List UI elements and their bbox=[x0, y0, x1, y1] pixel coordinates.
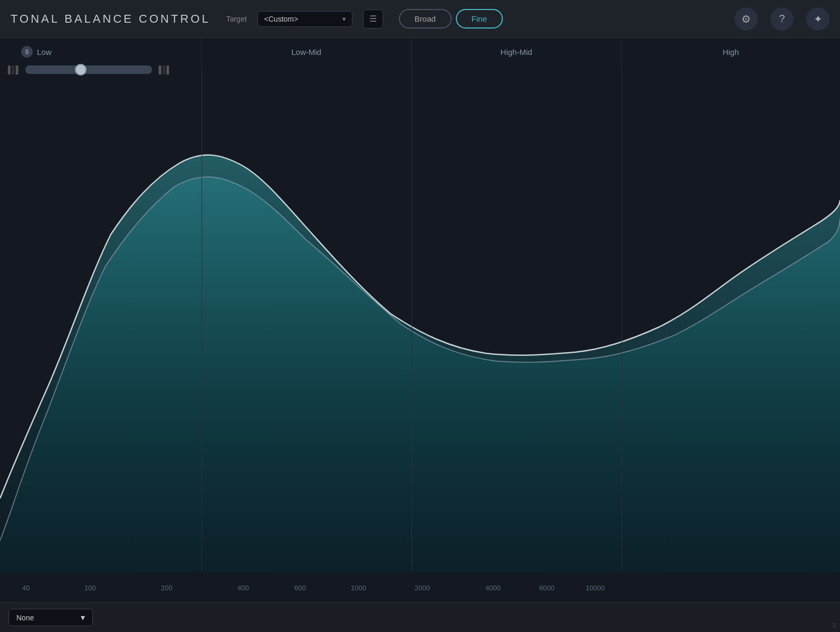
divider-lowmid-highmid bbox=[412, 65, 412, 571]
crest-factor-slider[interactable] bbox=[25, 65, 152, 74]
target-label: Target bbox=[226, 15, 247, 23]
freq-label-200: 200 bbox=[161, 584, 173, 592]
slider-fill-right bbox=[82, 65, 152, 74]
freq-label-600: 600 bbox=[294, 584, 306, 592]
app-title: TONAL BALANCE CONTROL bbox=[11, 12, 211, 26]
band-label-low: S Low bbox=[0, 38, 202, 65]
divider-highmid-high bbox=[622, 65, 622, 571]
band-label-high: High bbox=[622, 38, 840, 65]
fine-button[interactable]: Fine bbox=[456, 9, 503, 29]
target-dropdown[interactable]: <Custom> ▾ bbox=[257, 11, 352, 27]
freq-label-4000: 4000 bbox=[485, 584, 501, 592]
resize-handle[interactable]: ⠿ bbox=[832, 622, 837, 630]
crest-factor-row: ▐║▌ ▐║▌ bbox=[5, 65, 172, 74]
slider-thumb[interactable] bbox=[75, 64, 87, 76]
target-dropdown-value: <Custom> bbox=[264, 15, 338, 23]
band-label-high-mid: High-Mid bbox=[412, 38, 622, 65]
plugin-icon: ✦ bbox=[814, 13, 823, 25]
freq-label-10000: 10000 bbox=[586, 584, 605, 592]
band-label-low-mid: Low-Mid bbox=[202, 38, 412, 65]
broad-button[interactable]: Broad bbox=[399, 9, 452, 29]
freq-label-6000: 6000 bbox=[539, 584, 555, 592]
main-area: S Low Low-Mid High-Mid High ▐║▌ ▐║▌ Cres… bbox=[0, 38, 840, 602]
gear-icon: ⚙ bbox=[741, 13, 751, 25]
freq-label-40: 40 bbox=[22, 584, 30, 592]
chevron-down-icon: ▾ bbox=[342, 15, 346, 23]
spectrum-inner-fill bbox=[0, 155, 840, 602]
freq-label-1000: 1000 bbox=[351, 584, 366, 592]
help-button[interactable]: ? bbox=[770, 7, 794, 31]
help-icon: ? bbox=[779, 13, 785, 25]
menu-button[interactable]: ☰ bbox=[363, 10, 383, 29]
waveform-left-icon: ▐║▌ bbox=[5, 65, 21, 74]
frequency-labels: 40 100 200 400 600 1000 2000 4000 6000 1… bbox=[0, 573, 840, 602]
none-dropdown[interactable]: None ▾ bbox=[8, 609, 93, 626]
freq-label-400: 400 bbox=[237, 584, 249, 592]
divider-low-lowmid bbox=[202, 65, 202, 571]
solo-button-low[interactable]: S bbox=[21, 46, 33, 58]
menu-icon: ☰ bbox=[369, 14, 377, 24]
slider-fill-left bbox=[25, 65, 82, 74]
view-mode-buttons: Broad Fine bbox=[399, 9, 503, 29]
settings-button[interactable]: ⚙ bbox=[734, 7, 758, 31]
header: TONAL BALANCE CONTROL Target <Custom> ▾ … bbox=[0, 0, 840, 38]
waveform-right-icon: ▐║▌ bbox=[156, 65, 172, 74]
spectrum-chart[interactable] bbox=[0, 65, 840, 602]
freq-label-2000: 2000 bbox=[415, 584, 430, 592]
freq-label-100: 100 bbox=[84, 584, 96, 592]
band-labels: S Low Low-Mid High-Mid High bbox=[0, 38, 840, 65]
plugin-button[interactable]: ✦ bbox=[806, 7, 829, 31]
none-dropdown-value: None bbox=[16, 614, 77, 622]
bottom-bar: None ▾ ⠿ bbox=[0, 602, 840, 632]
chevron-down-icon: ▾ bbox=[81, 612, 85, 622]
